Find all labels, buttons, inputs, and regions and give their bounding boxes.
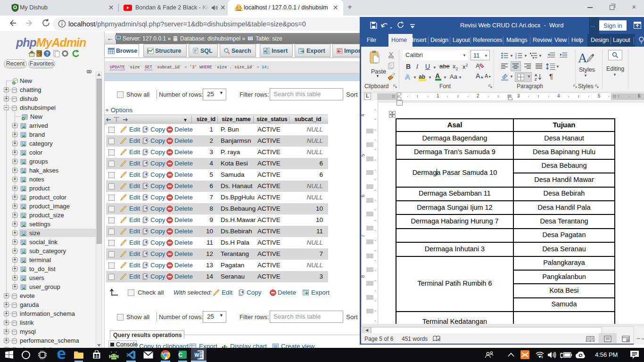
svg-text:A: A: [578, 51, 587, 65]
svg-text:?: ?: [46, 51, 49, 57]
svg-text:A: A: [405, 73, 410, 81]
svg-text:3: 3: [515, 57, 517, 59]
svg-text:PMA: PMA: [237, 9, 241, 11]
svg-text:W: W: [195, 352, 199, 358]
svg-text:Z: Z: [535, 77, 537, 81]
